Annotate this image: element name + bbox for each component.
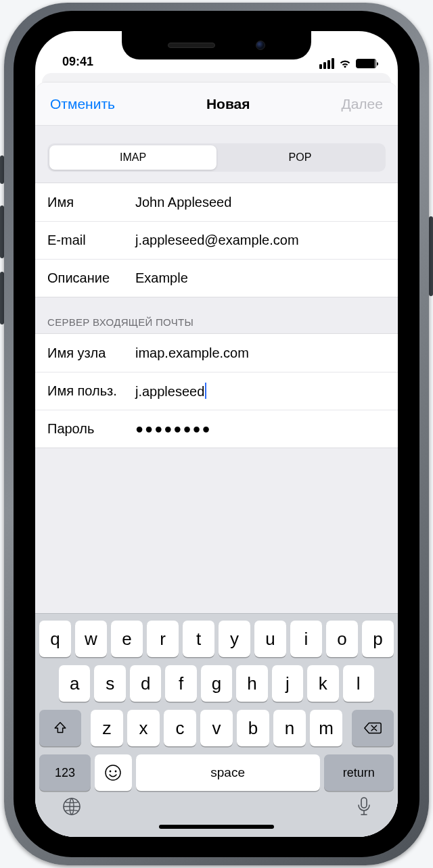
key-q[interactable]: q: [39, 621, 71, 657]
wifi-icon: [338, 59, 352, 69]
key-row-1: qwertyuiop: [39, 621, 394, 657]
incoming-server-header: СЕРВЕР ВХОДЯЩЕЙ ПОЧТЫ: [35, 297, 398, 333]
svg-point-0: [106, 765, 120, 780]
key-o[interactable]: o: [326, 621, 358, 657]
key-y[interactable]: y: [219, 621, 250, 657]
key-u[interactable]: u: [254, 621, 286, 657]
mic-icon: [357, 796, 371, 817]
front-camera: [256, 41, 265, 50]
keyboard-footer: [39, 795, 394, 822]
battery-icon: [356, 59, 376, 68]
key-row-3: zxcvbnm: [39, 710, 394, 746]
emoji-key[interactable]: [95, 754, 131, 791]
protocol-segmented-control[interactable]: IMAP POP: [47, 143, 386, 172]
backspace-icon: [363, 721, 382, 736]
key-t[interactable]: t: [183, 621, 214, 657]
key-c[interactable]: c: [164, 710, 196, 746]
incoming-server-group: Имя узла imap.example.com Имя польз. j.a…: [35, 333, 398, 448]
host-label: Имя узла: [47, 345, 135, 361]
password-label: Пароль: [47, 421, 135, 437]
key-s[interactable]: s: [94, 665, 125, 702]
sheet-background-layer: [42, 73, 391, 82]
software-keyboard[interactable]: qwertyuiop asdfghjkl zxcvbnm: [35, 613, 398, 837]
key-p[interactable]: p: [362, 621, 394, 657]
side-button: [429, 216, 433, 296]
numbers-key[interactable]: 123: [39, 754, 91, 791]
host-field[interactable]: imap.example.com: [135, 345, 386, 361]
description-label: Описание: [47, 270, 135, 286]
modal-sheet: Отменить Новая Далее IMAP POP: [35, 82, 398, 837]
shift-key[interactable]: [39, 710, 81, 746]
cellular-icon: [319, 58, 334, 69]
key-f[interactable]: f: [165, 665, 196, 702]
status-time: 09:41: [62, 55, 93, 69]
account-info-group: Имя John Appleseed E-mail j.appleseed@ex…: [35, 183, 398, 297]
key-n[interactable]: n: [273, 710, 306, 746]
key-a[interactable]: a: [59, 665, 90, 702]
key-v[interactable]: v: [200, 710, 233, 746]
screen: 09:41 Отменить: [35, 31, 398, 837]
next-button[interactable]: Далее: [341, 96, 383, 112]
nav-bar: Отменить Новая Далее: [35, 82, 398, 126]
key-h[interactable]: h: [236, 665, 267, 702]
key-row-2: asdfghjkl: [39, 665, 394, 702]
key-row-4: 123 space return: [39, 754, 394, 791]
name-label: Имя: [47, 195, 135, 210]
row-email[interactable]: E-mail j.appleseed@example.com: [35, 221, 398, 259]
speaker-grille: [168, 43, 215, 48]
row-password[interactable]: Пароль ●●●●●●●●: [35, 410, 398, 448]
shift-icon: [53, 721, 68, 736]
space-key[interactable]: space: [136, 754, 320, 791]
key-i[interactable]: i: [290, 621, 322, 657]
home-indicator[interactable]: [159, 825, 274, 829]
row-host[interactable]: Имя узла imap.example.com: [35, 334, 398, 372]
nav-title: Новая: [206, 96, 250, 112]
form-scroll-area[interactable]: IMAP POP Имя John Appleseed E-mail: [35, 126, 398, 613]
key-r[interactable]: r: [147, 621, 179, 657]
email-field[interactable]: j.appleseed@example.com: [135, 233, 386, 248]
globe-key[interactable]: [62, 796, 82, 817]
key-z[interactable]: z: [91, 710, 123, 746]
key-x[interactable]: x: [127, 710, 160, 746]
description-field[interactable]: Example: [135, 270, 386, 286]
username-field[interactable]: j.appleseed: [135, 383, 386, 400]
row-description[interactable]: Описание Example: [35, 259, 398, 297]
key-g[interactable]: g: [201, 665, 232, 702]
email-label: E-mail: [47, 233, 135, 248]
svg-point-2: [115, 771, 117, 773]
segment-imap[interactable]: IMAP: [49, 145, 216, 170]
notch: [122, 31, 311, 59]
key-d[interactable]: d: [130, 665, 161, 702]
password-field[interactable]: ●●●●●●●●: [135, 421, 386, 437]
key-l[interactable]: l: [343, 665, 374, 702]
key-m[interactable]: m: [310, 710, 342, 746]
device-frame: 09:41 Отменить: [0, 0, 433, 868]
segment-pop[interactable]: POP: [216, 145, 384, 170]
dictation-key[interactable]: [357, 796, 371, 817]
row-username[interactable]: Имя польз. j.appleseed: [35, 372, 398, 410]
name-field[interactable]: John Appleseed: [135, 195, 386, 210]
globe-icon: [62, 796, 82, 817]
key-e[interactable]: e: [111, 621, 143, 657]
key-k[interactable]: k: [307, 665, 338, 702]
row-name[interactable]: Имя John Appleseed: [35, 183, 398, 221]
username-label: Имя польз.: [47, 383, 135, 399]
svg-rect-4: [361, 798, 367, 808]
backspace-key[interactable]: [352, 710, 394, 746]
svg-point-1: [110, 771, 112, 773]
key-w[interactable]: w: [75, 621, 107, 657]
cancel-button[interactable]: Отменить: [50, 96, 115, 112]
key-b[interactable]: b: [237, 710, 269, 746]
emoji-icon: [104, 764, 122, 781]
key-j[interactable]: j: [272, 665, 303, 702]
return-key[interactable]: return: [324, 754, 394, 791]
